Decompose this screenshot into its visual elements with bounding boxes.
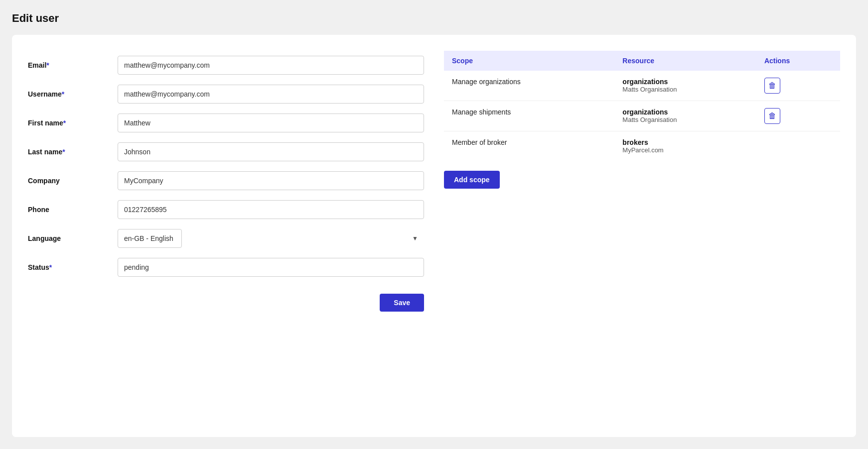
main-card: Email* Username* First name* Last name* … <box>12 35 856 437</box>
trash-icon: 🗑 <box>768 82 776 90</box>
language-select[interactable]: en-GB - English nl-NL - Dutch de-DE - Ge… <box>118 229 182 248</box>
actions-cell: 🗑 <box>756 101 840 131</box>
resource-cell: organizationsMatts Organisation <box>614 71 756 101</box>
table-row: Manage shipmentsorganizationsMatts Organ… <box>444 101 840 131</box>
lastname-row: Last name* <box>28 137 424 166</box>
resource-name: organizations <box>622 78 748 86</box>
lastname-field[interactable] <box>118 142 424 161</box>
language-select-wrapper: en-GB - English nl-NL - Dutch de-DE - Ge… <box>118 229 424 248</box>
resource-name: brokers <box>622 138 748 146</box>
delete-scope-button[interactable]: 🗑 <box>764 108 780 124</box>
username-label: Username* <box>28 90 118 98</box>
delete-scope-button[interactable]: 🗑 <box>764 78 780 94</box>
resource-sub: Matts Organisation <box>622 116 748 123</box>
language-row: Language en-GB - English nl-NL - Dutch d… <box>28 224 424 253</box>
firstname-field[interactable] <box>118 113 424 132</box>
status-field[interactable] <box>118 258 424 277</box>
edit-user-form: Email* Username* First name* Last name* … <box>28 51 424 421</box>
phone-label: Phone <box>28 206 118 214</box>
username-field[interactable] <box>118 85 424 104</box>
email-row: Email* <box>28 51 424 80</box>
col-resource: Resource <box>614 51 756 71</box>
phone-field[interactable] <box>118 200 424 219</box>
company-label: Company <box>28 177 118 185</box>
username-row: Username* <box>28 80 424 109</box>
chevron-down-icon: ▼ <box>412 235 418 242</box>
company-row: Company <box>28 166 424 195</box>
resource-sub: Matts Organisation <box>622 86 748 93</box>
add-scope-button[interactable]: Add scope <box>444 171 500 189</box>
actions-cell <box>756 131 840 161</box>
firstname-label: First name* <box>28 119 118 127</box>
scope-panel: Scope Resource Actions Manage organizati… <box>444 51 840 421</box>
table-row: Member of brokerbrokersMyParcel.com <box>444 131 840 161</box>
scope-cell: Manage shipments <box>444 101 614 131</box>
resource-cell: brokersMyParcel.com <box>614 131 756 161</box>
actions-cell: 🗑 <box>756 71 840 101</box>
resource-name: organizations <box>622 108 748 116</box>
status-row: Status* <box>28 253 424 282</box>
scope-cell: Manage organizations <box>444 71 614 101</box>
trash-icon: 🗑 <box>768 112 776 120</box>
status-label: Status* <box>28 263 118 271</box>
table-row: Manage organizationsorganizationsMatts O… <box>444 71 840 101</box>
email-label: Email* <box>28 61 118 69</box>
firstname-row: First name* <box>28 109 424 137</box>
col-scope: Scope <box>444 51 614 71</box>
scope-table-header: Scope Resource Actions <box>444 51 840 71</box>
resource-sub: MyParcel.com <box>622 146 748 154</box>
email-field[interactable] <box>118 56 424 75</box>
save-button[interactable]: Save <box>380 294 424 312</box>
phone-row: Phone <box>28 195 424 224</box>
col-actions: Actions <box>756 51 840 71</box>
scope-table: Scope Resource Actions Manage organizati… <box>444 51 840 161</box>
save-row: Save <box>28 294 424 312</box>
page-title: Edit user <box>12 12 856 25</box>
resource-cell: organizationsMatts Organisation <box>614 101 756 131</box>
company-field[interactable] <box>118 171 424 190</box>
scope-cell: Member of broker <box>444 131 614 161</box>
lastname-label: Last name* <box>28 148 118 156</box>
language-label: Language <box>28 234 118 242</box>
